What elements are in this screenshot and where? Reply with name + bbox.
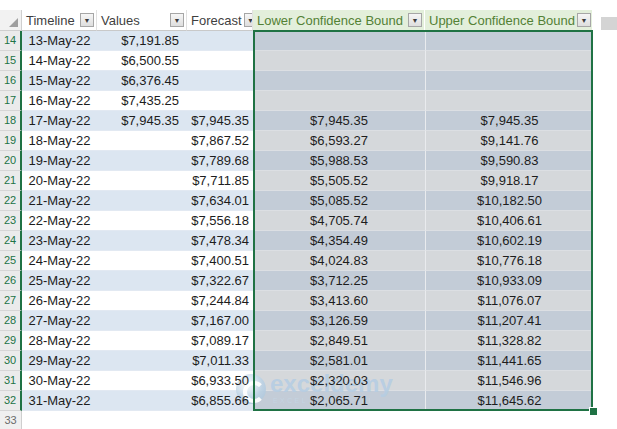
- cell-upper-bound[interactable]: $11,441.65: [425, 351, 593, 371]
- row-header-33[interactable]: 33: [0, 411, 22, 429]
- cell-upper-bound[interactable]: $11,207.41: [425, 311, 593, 331]
- filter-button-forecast[interactable]: ▼: [244, 13, 253, 27]
- cell-upper-bound[interactable]: $10,933.09: [425, 271, 593, 291]
- cell-lower-bound[interactable]: $2,581.01: [253, 351, 425, 371]
- row-header[interactable]: 23: [0, 211, 22, 231]
- cell-timeline[interactable]: 28-May-22: [22, 331, 97, 351]
- row-header[interactable]: 15: [0, 51, 22, 71]
- cell-upper-bound[interactable]: $10,602.19: [425, 231, 593, 251]
- cell-lower-bound[interactable]: $3,712.25: [253, 271, 425, 291]
- row-header[interactable]: 28: [0, 311, 22, 331]
- filter-button-lower-bound[interactable]: ▼: [408, 13, 422, 27]
- cell-forecast[interactable]: $7,322.67: [187, 271, 253, 291]
- cell-values[interactable]: [97, 271, 187, 291]
- row-header[interactable]: 20: [0, 151, 22, 171]
- cell-values[interactable]: [97, 251, 187, 271]
- filter-button-values[interactable]: ▼: [170, 13, 184, 27]
- cell-lower-bound[interactable]: [253, 71, 425, 91]
- row-header[interactable]: 17: [0, 91, 22, 111]
- row-header[interactable]: 30: [0, 351, 22, 371]
- row-header[interactable]: 29: [0, 331, 22, 351]
- cell-lower-bound[interactable]: $2,849.51: [253, 331, 425, 351]
- cell-forecast[interactable]: [187, 71, 253, 91]
- cell-values[interactable]: [97, 231, 187, 251]
- cell-upper-bound[interactable]: $9,918.17: [425, 171, 593, 191]
- cell-forecast[interactable]: $7,167.00: [187, 311, 253, 331]
- cell-lower-bound[interactable]: $4,705.74: [253, 211, 425, 231]
- column-header-values[interactable]: Values ▼: [97, 10, 187, 31]
- cell-timeline[interactable]: 29-May-22: [22, 351, 97, 371]
- cell-timeline[interactable]: 25-May-22: [22, 271, 97, 291]
- cell-forecast[interactable]: $7,556.18: [187, 211, 253, 231]
- cell-timeline[interactable]: 14-May-22: [22, 51, 97, 71]
- cell-values[interactable]: [97, 211, 187, 231]
- cell-lower-bound[interactable]: [253, 91, 425, 111]
- cell-timeline[interactable]: 18-May-22: [22, 131, 97, 151]
- cell-forecast[interactable]: [187, 51, 253, 71]
- cell-upper-bound[interactable]: $11,546.96: [425, 371, 593, 391]
- cell-upper-bound[interactable]: $9,590.83: [425, 151, 593, 171]
- column-header-forecast[interactable]: Forecast ▼: [187, 10, 253, 31]
- row-header[interactable]: 27: [0, 291, 22, 311]
- cell-lower-bound[interactable]: $4,354.49: [253, 231, 425, 251]
- filter-button-upper-bound[interactable]: ▼: [577, 13, 591, 27]
- cell-lower-bound[interactable]: $2,065.71: [253, 391, 425, 411]
- cell-timeline[interactable]: 23-May-22: [22, 231, 97, 251]
- cell-forecast[interactable]: [187, 31, 253, 51]
- cell-upper-bound[interactable]: $7,945.35: [425, 111, 593, 131]
- cell-lower-bound[interactable]: $5,988.53: [253, 151, 425, 171]
- cell-forecast[interactable]: $7,244.84: [187, 291, 253, 311]
- cell-timeline[interactable]: 31-May-22: [22, 391, 97, 411]
- cell-lower-bound[interactable]: $3,126.59: [253, 311, 425, 331]
- row-header[interactable]: 26: [0, 271, 22, 291]
- cell-forecast[interactable]: $6,855.66: [187, 391, 253, 411]
- column-header-timeline[interactable]: Timeline ▼: [22, 10, 97, 31]
- cell-lower-bound[interactable]: $5,505.52: [253, 171, 425, 191]
- cell-values[interactable]: [97, 351, 187, 371]
- row-header[interactable]: 25: [0, 251, 22, 271]
- cell-values[interactable]: [97, 391, 187, 411]
- row-header[interactable]: 16: [0, 71, 22, 91]
- cell-lower-bound[interactable]: $7,945.35: [253, 111, 425, 131]
- cell-forecast[interactable]: $7,867.52: [187, 131, 253, 151]
- column-header-lower-confidence-bound[interactable]: Lower Confidence Bound ▼: [253, 10, 425, 31]
- cell-values[interactable]: [97, 371, 187, 391]
- cell-timeline[interactable]: 15-May-22: [22, 71, 97, 91]
- cell-timeline[interactable]: 27-May-22: [22, 311, 97, 331]
- cell-values[interactable]: [97, 191, 187, 211]
- row-header[interactable]: 19: [0, 131, 22, 151]
- cell-forecast[interactable]: $7,634.01: [187, 191, 253, 211]
- cell-forecast[interactable]: [187, 91, 253, 111]
- cell-values[interactable]: [97, 331, 187, 351]
- row-header[interactable]: 21: [0, 171, 22, 191]
- cell-lower-bound[interactable]: $6,593.27: [253, 131, 425, 151]
- cell-timeline[interactable]: 16-May-22: [22, 91, 97, 111]
- select-all-corner[interactable]: [0, 10, 22, 31]
- cell-values[interactable]: [97, 311, 187, 331]
- cell-lower-bound[interactable]: $2,320.03: [253, 371, 425, 391]
- row-header[interactable]: 31: [0, 371, 22, 391]
- cell-timeline[interactable]: 22-May-22: [22, 211, 97, 231]
- row-header[interactable]: 22: [0, 191, 22, 211]
- cell-upper-bound[interactable]: [425, 71, 593, 91]
- cell-upper-bound[interactable]: $11,645.62: [425, 391, 593, 411]
- cell-timeline[interactable]: 30-May-22: [22, 371, 97, 391]
- cell-lower-bound[interactable]: $3,413.60: [253, 291, 425, 311]
- cell-upper-bound[interactable]: [425, 91, 593, 111]
- cell-upper-bound[interactable]: $10,182.50: [425, 191, 593, 211]
- cell-values[interactable]: $7,435.25: [97, 91, 187, 111]
- cell-lower-bound[interactable]: [253, 51, 425, 71]
- cell-values[interactable]: $7,945.35: [97, 111, 187, 131]
- cell-timeline[interactable]: 21-May-22: [22, 191, 97, 211]
- cell-values[interactable]: $7,191.85: [97, 31, 187, 51]
- filter-button-timeline[interactable]: ▼: [80, 13, 94, 27]
- column-header-upper-confidence-bound[interactable]: Upper Confidence Bound ▼: [425, 10, 593, 31]
- cell-values[interactable]: [97, 151, 187, 171]
- cell-values[interactable]: [97, 171, 187, 191]
- row-header[interactable]: 32: [0, 391, 22, 411]
- cell-lower-bound[interactable]: $5,085.52: [253, 191, 425, 211]
- cell-forecast[interactable]: $7,089.17: [187, 331, 253, 351]
- cell-timeline[interactable]: 13-May-22: [22, 31, 97, 51]
- cell-timeline[interactable]: 24-May-22: [22, 251, 97, 271]
- cell-timeline[interactable]: 19-May-22: [22, 151, 97, 171]
